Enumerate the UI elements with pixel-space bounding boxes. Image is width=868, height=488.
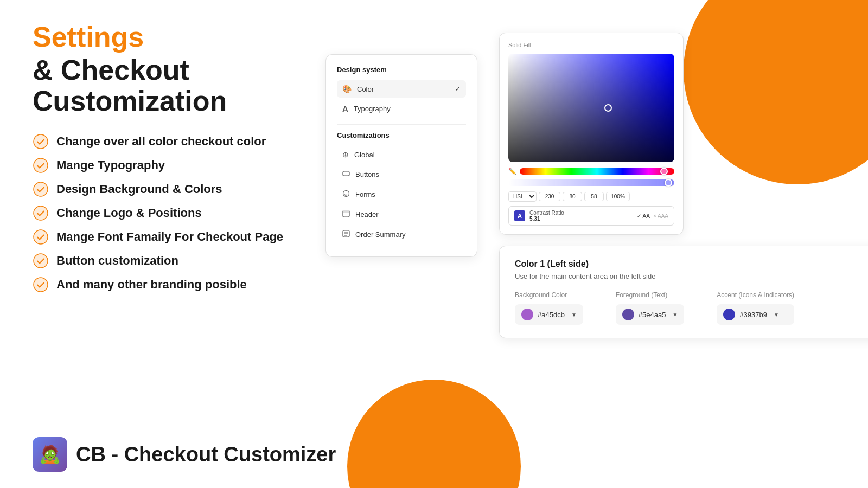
panel-item-order-summary[interactable]: Order Summary	[337, 226, 466, 243]
hsl-l-value[interactable]	[584, 192, 604, 201]
check-circle-icon	[33, 157, 49, 174]
brand-icon: 🧟	[33, 437, 67, 472]
feature-item-feature-5: Mange Font Famaily For Checkout Page	[33, 229, 304, 245]
color-icon: 🎨	[342, 85, 352, 93]
color-hex: #5e4aa5	[639, 311, 666, 319]
title-customization: Customization	[33, 86, 304, 117]
check-circle-icon	[33, 253, 49, 269]
buttons-icon	[342, 170, 350, 179]
aaa-badge: × AAA	[653, 213, 668, 219]
svg-rect-18	[343, 210, 349, 213]
check-circle-icon	[33, 277, 49, 293]
hsl-s-value[interactable]	[563, 192, 582, 201]
color-info-title: Color 1 (Left side)	[515, 259, 868, 269]
feature-item-feature-1: Change over all color checkout color	[33, 133, 304, 150]
color-columns: Background Color #a45dcb ▼ Foreground (T…	[515, 291, 868, 325]
color-column-foreground-(text): Foreground (Text) #5e4aa5 ▼	[616, 291, 685, 325]
color-col-label: Background Color	[515, 291, 583, 299]
hue-slider[interactable]	[520, 168, 674, 175]
check-circle-icon	[33, 181, 49, 197]
panel-item-typography[interactable]: A Typography	[337, 100, 466, 118]
color-dot	[622, 309, 634, 320]
color-info-card: Color 1 (Left side) Use for the main con…	[499, 246, 868, 338]
color-check: ✓	[455, 85, 461, 93]
contrast-row: A Contrast Ratio 5.31 ✓ AA × AAA	[508, 206, 674, 226]
color-hex: #3937b9	[739, 311, 767, 319]
global-label: Global	[354, 151, 461, 159]
panel-item-forms[interactable]: c Forms	[337, 185, 466, 203]
title-settings: Settings	[33, 22, 304, 53]
color-hex: #a45dcb	[538, 311, 565, 319]
chevron-down-icon[interactable]: ▼	[774, 312, 779, 318]
bottom-branding: 🧟 CB - Checkout Customizer	[33, 437, 336, 472]
svg-rect-14	[343, 171, 349, 176]
forms-label: Forms	[355, 190, 461, 198]
title-checkout: & Checkout	[33, 55, 304, 86]
hsl-h-value[interactable]	[539, 192, 560, 201]
color-dot	[521, 309, 533, 320]
check-circle-icon	[33, 229, 49, 245]
feature-text: Button customization	[56, 254, 178, 268]
panel-divider	[337, 124, 466, 125]
typography-icon: A	[342, 104, 348, 113]
color-swatch-row[interactable]: #a45dcb ▼	[515, 304, 583, 325]
customizations-label: Customizations	[337, 131, 466, 139]
feature-text: And many other branding posible	[56, 278, 247, 292]
color-info-subtitle: Use for the main content area on the lef…	[515, 272, 868, 280]
global-icon: ⊕	[342, 150, 349, 159]
brand-name: CB - Checkout Customizer	[76, 443, 336, 466]
buttons-label: Buttons	[355, 170, 461, 178]
feature-text: Mange Font Famaily For Checkout Page	[56, 230, 283, 244]
design-panel: Design system 🎨 Color ✓ A Typography Cus…	[326, 54, 477, 257]
panel-item-global[interactable]: ⊕ Global	[337, 146, 466, 163]
color-gradient-box[interactable]	[508, 54, 674, 162]
typography-label: Typography	[354, 105, 461, 113]
panel-item-color[interactable]: 🎨 Color ✓	[337, 80, 466, 98]
panel-item-header[interactable]: Header	[337, 206, 466, 223]
contrast-value: 5.31	[529, 216, 564, 222]
aa-badge: ✓ AA	[637, 213, 650, 219]
color-col-label: Foreground (Text)	[616, 291, 685, 299]
pencil-icon: ✏️	[508, 168, 516, 175]
contrast-label: Contrast Ratio	[529, 210, 564, 216]
chevron-down-icon[interactable]: ▼	[571, 312, 577, 318]
color-pencil-row: ✏️	[508, 168, 674, 175]
feature-list: Change over all color checkout color Man…	[33, 133, 304, 293]
contrast-a-icon: A	[514, 210, 525, 221]
contrast-badges: ✓ AA × AAA	[637, 213, 668, 219]
panel-item-buttons[interactable]: Buttons	[337, 165, 466, 183]
middle-panel: Design system 🎨 Color ✓ A Typography Cus…	[326, 54, 477, 466]
gradient-cursor[interactable]	[604, 104, 612, 112]
solid-fill-label: Solid Fill	[508, 42, 674, 48]
color-picker-card: Solid Fill ✏️ HSL HEX RGB	[499, 33, 684, 235]
opacity-thumb[interactable]	[665, 179, 672, 187]
order-summary-label: Order Summary	[355, 230, 461, 239]
forms-icon: c	[342, 190, 350, 199]
main-content: Settings & Checkout Customization Change…	[0, 0, 868, 488]
svg-text:c: c	[344, 192, 347, 197]
color-dot	[723, 309, 735, 320]
order-summary-icon	[342, 230, 350, 239]
color-column-background-color: Background Color #a45dcb ▼	[515, 291, 583, 325]
hsl-opacity-value[interactable]	[606, 192, 630, 201]
right-panel: Solid Fill ✏️ HSL HEX RGB	[499, 33, 868, 466]
color-swatch-row[interactable]: #3937b9 ▼	[717, 304, 794, 325]
hsl-row: HSL HEX RGB	[508, 191, 674, 202]
hue-thumb[interactable]	[660, 168, 668, 175]
feature-item-feature-6: Button customization	[33, 253, 304, 269]
color-label: Color	[357, 85, 450, 93]
header-label: Header	[355, 210, 461, 219]
opacity-slider[interactable]	[508, 179, 674, 186]
feature-text: Mange Typography	[56, 158, 165, 172]
brand-emoji: 🧟	[39, 444, 61, 465]
feature-item-feature-3: Design Background & Colors	[33, 181, 304, 197]
color-swatch-row[interactable]: #5e4aa5 ▼	[616, 304, 685, 325]
feature-text: Design Background & Colors	[56, 182, 222, 196]
feature-item-feature-2: Mange Typography	[33, 157, 304, 174]
feature-item-feature-4: Change Logo & Positions	[33, 205, 304, 221]
left-panel: Settings & Checkout Customization Change…	[33, 22, 304, 466]
hsl-select[interactable]: HSL HEX RGB	[508, 191, 537, 202]
check-circle-icon	[33, 205, 49, 221]
feature-text: Change Logo & Positions	[56, 206, 202, 220]
chevron-down-icon[interactable]: ▼	[672, 312, 678, 318]
